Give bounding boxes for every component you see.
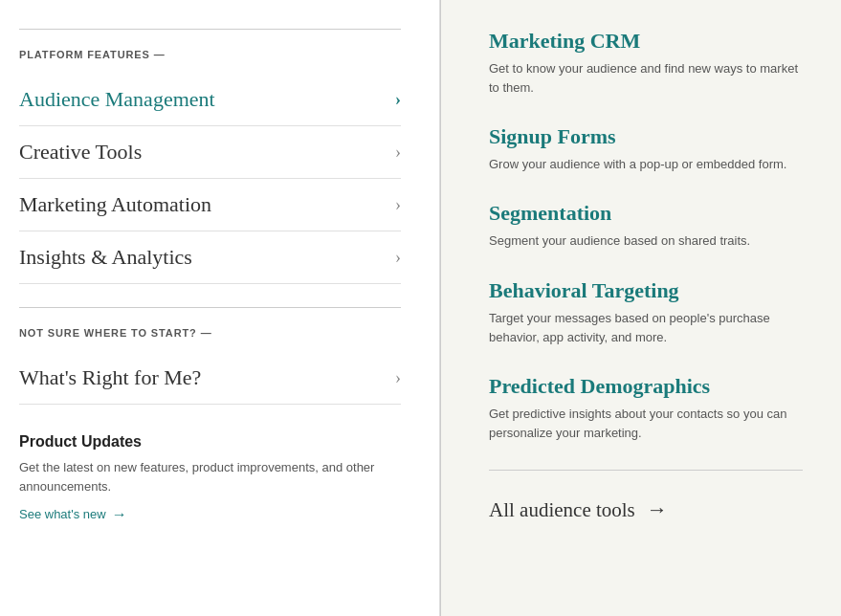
feature-signup-forms-desc: Grow your audience with a pop-up or embe… bbox=[489, 155, 803, 174]
nav-item-audience-management-label: Audience Management bbox=[19, 87, 215, 112]
feature-segmentation-desc: Segment your audience based on shared tr… bbox=[489, 231, 803, 251]
nav-list: Audience Management › Creative Tools › M… bbox=[19, 74, 401, 284]
chevron-icon-insights: › bbox=[395, 248, 401, 268]
product-updates-desc: Get the latest on new features, product … bbox=[19, 458, 401, 495]
not-sure-label: NOT SURE WHERE TO START? — bbox=[19, 327, 401, 339]
see-whats-new-text: See what's new bbox=[19, 507, 106, 521]
nav-item-insights-analytics-label: Insights & Analytics bbox=[19, 245, 192, 270]
all-audience-tools-link[interactable]: All audience tools → bbox=[489, 497, 668, 522]
all-tools-label: All audience tools bbox=[489, 498, 635, 522]
nav-item-marketing-automation[interactable]: Marketing Automation › bbox=[19, 179, 401, 231]
feature-signup-forms-title: Signup Forms bbox=[489, 124, 803, 149]
chevron-icon-creative: › bbox=[395, 143, 401, 163]
feature-marketing-crm: Marketing CRM Get to know your audience … bbox=[489, 29, 803, 98]
see-whats-new-link[interactable]: See what's new → bbox=[19, 506, 127, 523]
chevron-icon-audience: › bbox=[395, 90, 401, 110]
product-updates-section: Product Updates Get the latest on new fe… bbox=[19, 433, 401, 523]
feature-marketing-crm-desc: Get to know your audience and find new w… bbox=[489, 59, 803, 98]
top-divider bbox=[19, 29, 401, 30]
nav-item-whats-right[interactable]: What's Right for Me? › bbox=[19, 352, 401, 405]
nav-item-marketing-automation-label: Marketing Automation bbox=[19, 192, 211, 217]
arrow-icon: → bbox=[112, 506, 127, 523]
feature-segmentation: Segmentation Segment your audience based… bbox=[489, 201, 803, 251]
feature-signup-forms: Signup Forms Grow your audience with a p… bbox=[489, 124, 803, 174]
feature-behavioral-targeting-title: Behavioral Targeting bbox=[489, 278, 803, 303]
nav-item-creative-tools[interactable]: Creative Tools › bbox=[19, 126, 401, 179]
mid-divider bbox=[19, 307, 401, 308]
nav-item-insights-analytics[interactable]: Insights & Analytics › bbox=[19, 231, 401, 284]
product-updates-title: Product Updates bbox=[19, 433, 401, 451]
feature-behavioral-targeting-desc: Target your messages based on people's p… bbox=[489, 309, 803, 347]
platform-features-label: PLATFORM FEATURES — bbox=[19, 49, 401, 60]
all-tools-arrow-icon: → bbox=[647, 497, 668, 522]
feature-segmentation-title: Segmentation bbox=[489, 201, 803, 226]
feature-predicted-demographics: Predicted Demographics Get predictive in… bbox=[489, 374, 803, 443]
nav-item-whats-right-label: What's Right for Me? bbox=[19, 365, 201, 390]
chevron-icon-marketing: › bbox=[395, 195, 401, 215]
chevron-icon-whats-right: › bbox=[395, 368, 401, 388]
nav-item-creative-tools-label: Creative Tools bbox=[19, 140, 142, 165]
nav-item-audience-management[interactable]: Audience Management › bbox=[19, 74, 401, 126]
feature-predicted-demographics-desc: Get predictive insights about your conta… bbox=[489, 405, 803, 443]
right-panel: Marketing CRM Get to know your audience … bbox=[441, 0, 841, 616]
feature-behavioral-targeting: Behavioral Targeting Target your message… bbox=[489, 278, 803, 347]
feature-predicted-demographics-title: Predicted Demographics bbox=[489, 374, 803, 399]
vertical-divider bbox=[440, 0, 441, 616]
feature-marketing-crm-title: Marketing CRM bbox=[489, 29, 803, 54]
left-panel: PLATFORM FEATURES — Audience Management … bbox=[0, 0, 440, 616]
all-tools-divider bbox=[489, 470, 803, 471]
